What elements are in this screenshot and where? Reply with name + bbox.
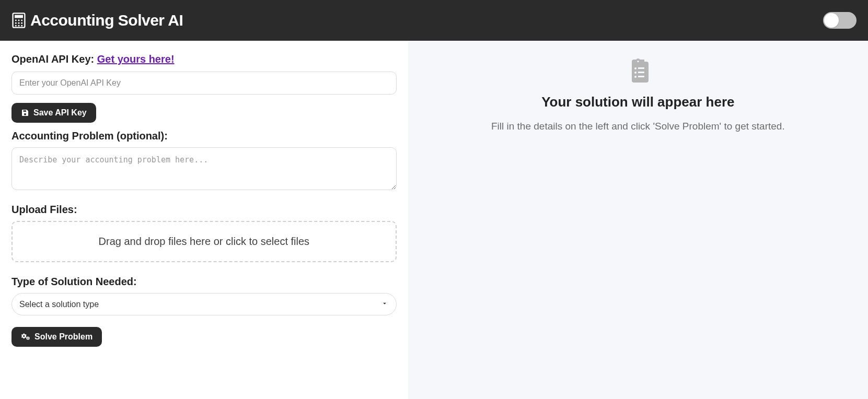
problem-textarea[interactable] bbox=[11, 147, 397, 190]
app-title-wrap: Accounting Solver AI bbox=[11, 11, 183, 29]
theme-toggle-knob bbox=[824, 13, 839, 28]
app-title: Accounting Solver AI bbox=[30, 11, 183, 29]
api-key-label: OpenAI API Key: Get yours here! bbox=[11, 53, 397, 65]
problem-label: Accounting Problem (optional): bbox=[11, 130, 397, 142]
api-key-input[interactable] bbox=[11, 72, 397, 95]
svg-point-5 bbox=[15, 22, 17, 24]
result-panel: Your solution will appear here Fill in t… bbox=[408, 41, 868, 399]
solution-type-select-wrap: Select a solution type bbox=[11, 293, 397, 315]
svg-point-4 bbox=[21, 20, 22, 21]
solve-problem-button[interactable]: Solve Problem bbox=[11, 327, 102, 347]
svg-point-3 bbox=[18, 20, 20, 21]
upload-label: Upload Files: bbox=[11, 204, 397, 216]
calculator-icon bbox=[11, 12, 26, 29]
save-api-key-label: Save API Key bbox=[33, 108, 87, 118]
theme-toggle[interactable] bbox=[823, 12, 857, 29]
clipboard-list-icon bbox=[626, 56, 651, 86]
gears-icon bbox=[21, 333, 30, 341]
content: OpenAI API Key: Get yours here! Save API… bbox=[0, 41, 868, 399]
svg-point-9 bbox=[18, 25, 20, 27]
solution-type-label: Type of Solution Needed: bbox=[11, 276, 397, 288]
solution-type-select[interactable]: Select a solution type bbox=[11, 293, 397, 315]
svg-rect-1 bbox=[15, 15, 23, 18]
app-header: Accounting Solver AI bbox=[0, 0, 868, 41]
form-panel: OpenAI API Key: Get yours here! Save API… bbox=[0, 41, 408, 399]
result-subtitle: Fill in the details on the left and clic… bbox=[419, 121, 858, 132]
api-key-label-text: OpenAI API Key: bbox=[11, 53, 97, 65]
result-title: Your solution will appear here bbox=[419, 94, 858, 110]
svg-point-6 bbox=[18, 22, 20, 24]
dropzone-text: Drag and drop files here or click to sel… bbox=[99, 236, 310, 247]
save-api-key-button[interactable]: Save API Key bbox=[11, 103, 96, 123]
svg-point-7 bbox=[21, 22, 22, 24]
svg-point-2 bbox=[15, 20, 17, 21]
solve-problem-label: Solve Problem bbox=[34, 332, 92, 342]
get-api-key-link[interactable]: Get yours here! bbox=[97, 53, 175, 65]
file-dropzone[interactable]: Drag and drop files here or click to sel… bbox=[11, 221, 397, 262]
svg-point-8 bbox=[15, 25, 17, 27]
svg-point-10 bbox=[21, 25, 22, 27]
save-icon bbox=[21, 109, 29, 117]
